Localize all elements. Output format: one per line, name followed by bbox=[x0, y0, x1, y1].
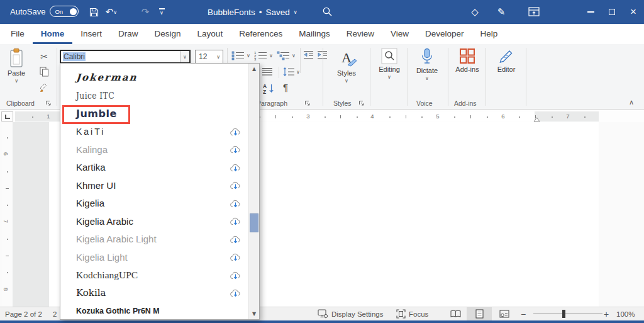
font-option-kaiti[interactable]: KaiTi bbox=[60, 123, 248, 141]
minus-icon: − bbox=[521, 309, 526, 319]
font-option-juice-itc[interactable]: Juice ITC bbox=[60, 87, 248, 105]
cloud-download-icon bbox=[230, 199, 241, 208]
tab-design[interactable]: Design bbox=[147, 24, 189, 44]
redo-button[interactable]: ↷ bbox=[137, 4, 153, 20]
font-option-kigelia-arabic-light[interactable]: Kigelia Arabic Light bbox=[60, 230, 248, 249]
zoom-out-button[interactable]: − bbox=[521, 307, 526, 320]
tab-home[interactable]: Home bbox=[33, 24, 73, 44]
font-option-label: Kartika bbox=[76, 162, 106, 173]
paste-button[interactable]: Paste ∨ bbox=[8, 48, 25, 84]
maximize-button[interactable] bbox=[601, 0, 623, 24]
save-icon[interactable] bbox=[86, 4, 102, 20]
dictate-button[interactable]: Dictate ∨ bbox=[410, 48, 444, 81]
tab-view[interactable]: View bbox=[382, 24, 417, 44]
line-spacing-icon[interactable]: ∨ bbox=[282, 67, 300, 77]
undo-button[interactable]: ↶∨ bbox=[102, 4, 121, 20]
tab-review[interactable]: Review bbox=[338, 24, 382, 44]
styles-button[interactable]: A Styles ∨ bbox=[328, 48, 365, 84]
read-mode-button[interactable] bbox=[447, 307, 464, 320]
cloud-download-icon bbox=[230, 252, 241, 261]
font-option-label: Kigelia bbox=[76, 198, 104, 208]
multilevel-list-icon[interactable]: ∨ bbox=[277, 50, 296, 60]
document-title-group[interactable]: BubbleFonts • Saved ∨ bbox=[208, 0, 297, 24]
decrease-indent-icon[interactable] bbox=[303, 50, 314, 60]
collapse-ribbon-icon[interactable]: ∧ bbox=[629, 98, 634, 106]
autosave-state: On bbox=[55, 8, 63, 15]
scroll-up-icon[interactable]: ▲ bbox=[249, 64, 259, 74]
word-count[interactable]: 2 bbox=[53, 307, 57, 320]
font-option-khmer-ui[interactable]: Khmer UI bbox=[60, 176, 248, 195]
font-option-kokila[interactable]: Kokila bbox=[60, 284, 248, 302]
tab-insert[interactable]: Insert bbox=[72, 24, 110, 44]
document-title: BubbleFonts bbox=[208, 8, 255, 17]
font-option-jokerman[interactable]: Jokerman bbox=[60, 69, 248, 87]
addins-button[interactable]: Add-ins bbox=[450, 48, 484, 73]
font-option-jumble[interactable]: Jumble bbox=[60, 105, 248, 123]
display-settings-label: Display Settings bbox=[331, 310, 383, 318]
cut-icon[interactable]: ✂ bbox=[36, 50, 52, 63]
font-option-kigelia-light[interactable]: Kigelia Light bbox=[60, 248, 248, 266]
hruler-tick bbox=[584, 116, 586, 118]
styles-dialog-launcher-icon[interactable] bbox=[357, 99, 365, 106]
scrollbar-thumb[interactable] bbox=[250, 213, 258, 232]
tab-file[interactable]: File bbox=[3, 24, 33, 44]
pen-glyph: ✎ bbox=[497, 6, 506, 18]
tab-stop-selector[interactable] bbox=[1, 111, 13, 122]
ribbon-display-options-icon[interactable] bbox=[523, 0, 545, 24]
zoom-in-button[interactable]: + bbox=[604, 307, 609, 320]
display-settings-button[interactable]: Display Settings bbox=[318, 307, 383, 320]
vruler-number: 6 bbox=[3, 152, 9, 156]
customize-qat-icon[interactable]: ∨ bbox=[153, 4, 170, 20]
clipboard-dialog-launcher-icon[interactable] bbox=[44, 99, 52, 106]
tab-developer[interactable]: Developer bbox=[417, 24, 472, 44]
search-icon[interactable] bbox=[322, 6, 333, 17]
copy-icon[interactable] bbox=[36, 65, 52, 78]
editor-button[interactable]: Editor bbox=[489, 48, 523, 73]
chevron-down-icon: ∨ bbox=[294, 9, 297, 15]
bullets-icon[interactable]: ∨ bbox=[231, 50, 250, 60]
zoom-slider-track[interactable] bbox=[533, 314, 602, 314]
tab-draw[interactable]: Draw bbox=[110, 24, 147, 44]
tab-help[interactable]: Help bbox=[472, 24, 506, 44]
justify-icon[interactable] bbox=[262, 67, 273, 76]
sort-icon[interactable]: AZ bbox=[263, 83, 275, 94]
minimize-button[interactable] bbox=[580, 0, 601, 24]
diamond-glyph: ◇ bbox=[471, 6, 479, 18]
vruler-tick bbox=[7, 137, 8, 139]
font-option-label: Kozuka Gothic Pr6N M bbox=[76, 306, 159, 315]
hruler-tick bbox=[275, 115, 276, 118]
font-name-combobox[interactable]: Calibri ∨ bbox=[60, 50, 191, 64]
focus-button[interactable]: Focus bbox=[396, 307, 428, 320]
pen-sparkle-icon[interactable]: ✎ bbox=[491, 0, 512, 24]
close-button[interactable]: × bbox=[623, 0, 644, 24]
scroll-down-icon[interactable]: ▼ bbox=[249, 309, 259, 319]
premium-diamond-icon[interactable]: ◇ bbox=[464, 0, 486, 24]
zoom-level-button[interactable]: 100% bbox=[616, 307, 635, 320]
print-layout-button[interactable] bbox=[467, 307, 492, 320]
dropdown-scrollbar[interactable]: ▲ ▼ bbox=[248, 64, 259, 319]
tab-references[interactable]: References bbox=[231, 24, 291, 44]
paragraph-dialog-launcher-icon[interactable] bbox=[303, 99, 311, 106]
cloud-download-icon bbox=[230, 181, 241, 190]
font-option-kartika[interactable]: Kartika bbox=[60, 159, 248, 177]
zoom-slider-handle[interactable] bbox=[562, 310, 565, 318]
font-option-kigelia-arabic[interactable]: Kigelia Arabic bbox=[60, 212, 248, 230]
tab-layout[interactable]: Layout bbox=[189, 24, 231, 44]
font-option-kigelia[interactable]: Kigelia bbox=[60, 195, 248, 213]
numbering-icon[interactable]: 123 ∨ bbox=[254, 50, 273, 60]
font-option-kozuka[interactable]: Kozuka Gothic Pr6N M bbox=[60, 302, 248, 320]
autosave-toggle[interactable]: On bbox=[50, 6, 79, 17]
font-option-kalinga[interactable]: Kalinga bbox=[60, 140, 248, 159]
editing-button[interactable]: Editing ∨ bbox=[374, 48, 405, 80]
font-option-kodchiangupc[interactable]: KodchiangUPC bbox=[60, 266, 248, 285]
right-indent-marker[interactable] bbox=[533, 117, 540, 122]
format-painter-icon[interactable] bbox=[36, 81, 52, 93]
page-indicator[interactable]: Page 2 of 2 bbox=[5, 307, 42, 320]
font-size-combobox[interactable]: 12 ∨ bbox=[195, 50, 223, 64]
tab-mailings[interactable]: Mailings bbox=[291, 24, 338, 44]
addins-grid-icon bbox=[459, 48, 475, 64]
font-name-dropdown-arrow[interactable]: ∨ bbox=[180, 51, 189, 62]
paragraph-mark-icon[interactable]: ¶ bbox=[283, 82, 288, 93]
font-option-label: Kigelia Arabic Light bbox=[76, 234, 157, 244]
web-layout-button[interactable] bbox=[496, 307, 513, 320]
